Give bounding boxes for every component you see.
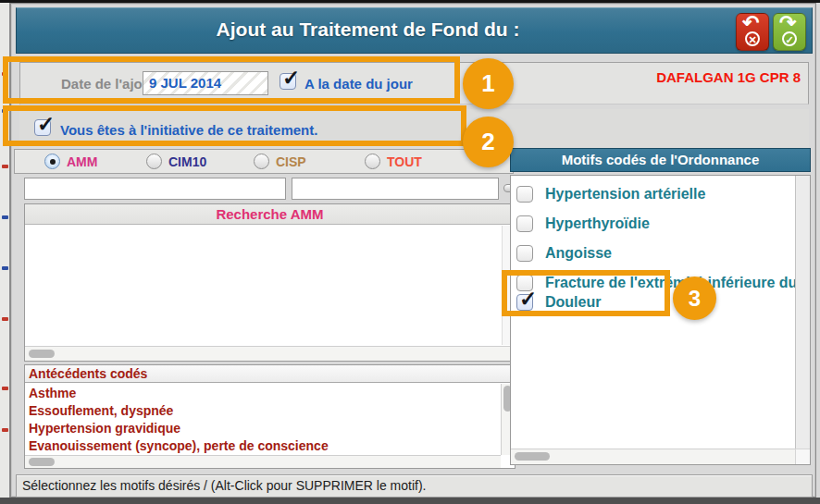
window-behind-text-fragment xyxy=(2,428,8,432)
radio-cim10[interactable]: CIM10 xyxy=(146,154,206,169)
motif-checkbox[interactable] xyxy=(516,294,533,311)
motif-item[interactable]: Angoisse xyxy=(516,241,612,265)
window-behind-text-fragment xyxy=(2,266,8,270)
date-input[interactable]: 9 JUL 2014 xyxy=(143,71,268,95)
motifs-horizontal-scrollbar[interactable] xyxy=(511,449,795,464)
motif-item[interactable]: Hyperthyroïdie xyxy=(516,212,650,236)
motif-item-label: Douleur xyxy=(545,294,601,311)
window-behind-text-fragment xyxy=(2,165,8,168)
recherche-amm-panel: Recherche AMM xyxy=(24,203,516,362)
motif-checkbox[interactable] xyxy=(516,245,533,262)
antecedents-list: Asthme Essouflement, dyspnée Hypertensio… xyxy=(25,384,501,455)
confirm-check-icon: ✓ xyxy=(782,31,797,46)
radio-button-icon xyxy=(365,154,380,169)
antecedent-item[interactable]: Evanouissement (syncope), perte de consc… xyxy=(29,437,501,455)
scrollbar-corner xyxy=(795,449,810,464)
annotation-badge-1: 1 xyxy=(463,58,514,109)
radio-tout[interactable]: TOUT xyxy=(365,154,422,169)
motif-item-label: Hypertension artérielle xyxy=(545,186,705,203)
antecedents-horizontal-scrollbar[interactable] xyxy=(25,455,501,468)
window-behind-text-fragment xyxy=(2,72,8,76)
window-behind-text-fragment xyxy=(2,317,8,321)
recherche-amm-header: Recherche AMM xyxy=(25,204,515,225)
recherche-amm-results-list[interactable] xyxy=(25,226,502,345)
radio-button-icon xyxy=(254,154,269,169)
motifs-list: Hypertension artérielle Hyperthyroïdie A… xyxy=(510,175,811,465)
window-behind-text-fragment xyxy=(2,215,8,219)
motif-checkbox[interactable] xyxy=(516,215,533,232)
motifs-header: Motifs codés de l'Ordonnance xyxy=(510,148,811,172)
radio-amm[interactable]: AMM xyxy=(44,154,97,169)
medication-name: DAFALGAN 1G CPR 8 xyxy=(656,69,801,85)
motif-item-label: Fracture de l'extrémité inférieure du xyxy=(545,275,797,291)
motif-item-label: Angoisse xyxy=(545,245,612,262)
annotation-badge-2: 2 xyxy=(463,117,514,167)
antecedent-item[interactable]: Asthme xyxy=(29,385,501,402)
radio-button-icon xyxy=(146,154,162,169)
recherche-amm-horizontal-scrollbar[interactable] xyxy=(25,346,515,361)
radio-cim10-label: CIM10 xyxy=(168,154,206,169)
motif-item[interactable]: Douleur xyxy=(516,290,601,314)
screen: Ajout au Traitement de Fond du : ↶ ✕ ↷ ✓… xyxy=(0,0,820,504)
radio-tout-label: TOUT xyxy=(387,154,422,169)
antecedents-panel: Antécédents codés Asthme Essouflement, d… xyxy=(24,364,516,469)
initiative-row-panel: Vous êtes à l'initiative de ce traitemen… xyxy=(19,109,809,150)
status-bar: Sélectionnez les motifs désirés / (Alt-C… xyxy=(16,474,813,498)
cancel-button[interactable]: ↶ ✕ xyxy=(736,13,769,51)
antecedents-hscrollbar-thumb[interactable] xyxy=(29,458,55,466)
search-input-secondary[interactable] xyxy=(292,178,499,200)
initiative-checkbox[interactable] xyxy=(34,119,51,136)
confirm-button[interactable]: ↷ ✓ xyxy=(773,13,806,51)
radio-cisp-label: CISP xyxy=(276,154,306,169)
search-input-primary[interactable] xyxy=(24,178,286,200)
dialog-title: Ajout au Traitement de Fond du : xyxy=(17,18,719,41)
screen-bottom-edge xyxy=(0,498,820,504)
today-checkbox[interactable] xyxy=(280,73,296,90)
titlebar: Ajout au Traitement de Fond du : ↶ ✕ ↷ ✓ xyxy=(16,7,813,54)
antecedents-header: Antécédents codés xyxy=(25,365,515,383)
motifs-hscrollbar-thumb[interactable] xyxy=(515,452,550,461)
window-behind-text-fragment xyxy=(2,387,8,390)
motif-item-label: Hyperthyroïdie xyxy=(545,215,650,232)
background-app-sliver xyxy=(0,3,10,498)
motif-checkbox[interactable] xyxy=(516,186,533,203)
annotation-badge-3: 3 xyxy=(673,277,716,320)
motif-item[interactable]: Hypertension artérielle xyxy=(516,182,705,206)
motifs-vertical-scrollbar[interactable] xyxy=(795,176,810,449)
antecedent-item[interactable]: Hypertension gravidique xyxy=(29,420,501,437)
antecedent-item[interactable]: Essouflement, dyspnée xyxy=(29,402,501,420)
radio-amm-label: AMM xyxy=(67,154,97,169)
radio-button-icon xyxy=(44,154,60,169)
initiative-label: Vous êtes à l'initiative de ce traitemen… xyxy=(60,122,317,138)
date-row-panel: Date de l'ajout : 9 JUL 2014 A la date d… xyxy=(19,62,809,104)
recherche-amm-hscrollbar-thumb[interactable] xyxy=(29,350,55,358)
classification-radio-bar: AMM CIM10 CISP TOUT xyxy=(14,149,514,174)
radio-cisp[interactable]: CISP xyxy=(254,154,306,169)
window-behind-text-fragment xyxy=(2,109,8,113)
today-checkbox-label: A la date du jour xyxy=(304,76,413,92)
cancel-x-icon: ✕ xyxy=(745,31,760,46)
